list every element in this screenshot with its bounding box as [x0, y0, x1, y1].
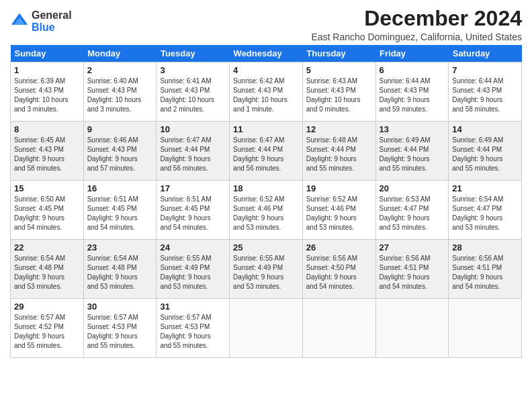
day-info: Sunrise: 6:57 AMSunset: 4:53 PMDaylight:…	[160, 314, 211, 349]
day-number: 14	[452, 124, 518, 134]
header-friday: Friday	[375, 45, 449, 62]
calendar-week-row: 22 Sunrise: 6:54 AMSunset: 4:48 PMDaylig…	[11, 240, 522, 299]
calendar-cell: 29 Sunrise: 6:57 AMSunset: 4:52 PMDaylig…	[11, 299, 84, 358]
day-info: Sunrise: 6:39 AMSunset: 4:43 PMDaylight:…	[14, 77, 69, 113]
day-number: 21	[452, 183, 518, 193]
calendar-cell: 31 Sunrise: 6:57 AMSunset: 4:53 PMDaylig…	[157, 299, 230, 358]
day-number: 30	[87, 302, 153, 312]
calendar-cell: 22 Sunrise: 6:54 AMSunset: 4:48 PMDaylig…	[11, 240, 84, 299]
day-info: Sunrise: 6:54 AMSunset: 4:48 PMDaylight:…	[87, 255, 138, 290]
calendar-cell: 18 Sunrise: 6:52 AMSunset: 4:46 PMDaylig…	[230, 181, 303, 240]
calendar-cell	[302, 299, 375, 358]
calendar-cell: 28 Sunrise: 6:56 AMSunset: 4:51 PMDaylig…	[449, 240, 522, 299]
calendar-cell: 27 Sunrise: 6:56 AMSunset: 4:51 PMDaylig…	[375, 240, 449, 299]
day-info: Sunrise: 6:51 AMSunset: 4:45 PMDaylight:…	[160, 195, 211, 231]
day-number: 4	[233, 65, 299, 75]
day-number: 19	[306, 183, 372, 193]
day-number: 17	[160, 183, 226, 193]
day-info: Sunrise: 6:55 AMSunset: 4:49 PMDaylight:…	[233, 255, 284, 290]
logo-blue-text: Blue	[32, 21, 72, 34]
calendar-cell: 25 Sunrise: 6:55 AMSunset: 4:49 PMDaylig…	[230, 240, 303, 299]
day-info: Sunrise: 6:57 AMSunset: 4:52 PMDaylight:…	[14, 314, 65, 349]
day-number: 1	[14, 65, 80, 75]
day-info: Sunrise: 6:48 AMSunset: 4:44 PMDaylight:…	[306, 136, 357, 172]
day-info: Sunrise: 6:52 AMSunset: 4:46 PMDaylight:…	[306, 195, 357, 231]
day-info: Sunrise: 6:54 AMSunset: 4:48 PMDaylight:…	[14, 255, 65, 290]
day-info: Sunrise: 6:49 AMSunset: 4:44 PMDaylight:…	[380, 136, 431, 172]
day-number: 6	[380, 65, 445, 75]
calendar-cell: 2 Sunrise: 6:40 AMSunset: 4:43 PMDayligh…	[83, 62, 157, 122]
calendar-cell: 17 Sunrise: 6:51 AMSunset: 4:45 PMDaylig…	[157, 181, 230, 240]
calendar-cell: 16 Sunrise: 6:51 AMSunset: 4:45 PMDaylig…	[83, 181, 157, 240]
calendar-week-row: 15 Sunrise: 6:50 AMSunset: 4:45 PMDaylig…	[11, 181, 522, 240]
day-number: 16	[87, 183, 153, 193]
day-number: 2	[87, 65, 153, 75]
day-number: 3	[160, 65, 226, 75]
header-area: General Blue December 2024 East Rancho D…	[10, 7, 522, 42]
calendar-cell: 15 Sunrise: 6:50 AMSunset: 4:45 PMDaylig…	[11, 181, 84, 240]
day-info: Sunrise: 6:51 AMSunset: 4:45 PMDaylight:…	[87, 195, 138, 231]
day-number: 24	[160, 242, 226, 253]
calendar-week-row: 8 Sunrise: 6:45 AMSunset: 4:43 PMDayligh…	[11, 122, 522, 181]
calendar-cell: 10 Sunrise: 6:47 AMSunset: 4:44 PMDaylig…	[157, 122, 230, 181]
day-info: Sunrise: 6:54 AMSunset: 4:47 PMDaylight:…	[452, 195, 503, 231]
day-info: Sunrise: 6:56 AMSunset: 4:51 PMDaylight:…	[380, 255, 431, 290]
calendar-cell: 19 Sunrise: 6:52 AMSunset: 4:46 PMDaylig…	[302, 181, 375, 240]
page-container: General Blue December 2024 East Rancho D…	[0, 0, 532, 365]
day-number: 20	[380, 183, 445, 193]
day-info: Sunrise: 6:52 AMSunset: 4:46 PMDaylight:…	[233, 195, 284, 231]
day-number: 23	[87, 242, 153, 253]
day-number: 12	[306, 124, 372, 134]
day-number: 10	[160, 124, 226, 134]
header-wednesday: Wednesday	[230, 45, 303, 62]
calendar-cell: 23 Sunrise: 6:54 AMSunset: 4:48 PMDaylig…	[83, 240, 157, 299]
day-info: Sunrise: 6:56 AMSunset: 4:50 PMDaylight:…	[306, 255, 357, 290]
header-row: Sunday Monday Tuesday Wednesday Thursday…	[11, 45, 522, 62]
day-info: Sunrise: 6:56 AMSunset: 4:51 PMDaylight:…	[452, 255, 503, 290]
calendar-cell: 24 Sunrise: 6:55 AMSunset: 4:49 PMDaylig…	[157, 240, 230, 299]
header-sunday: Sunday	[11, 45, 84, 62]
calendar-cell: 9 Sunrise: 6:46 AMSunset: 4:43 PMDayligh…	[83, 122, 157, 181]
day-number: 8	[14, 124, 80, 134]
day-info: Sunrise: 6:46 AMSunset: 4:43 PMDaylight:…	[87, 136, 138, 172]
logo: General Blue	[10, 9, 72, 33]
day-number: 13	[380, 124, 445, 134]
calendar-cell: 11 Sunrise: 6:47 AMSunset: 4:44 PMDaylig…	[230, 122, 303, 181]
day-number: 7	[452, 65, 518, 75]
calendar-cell: 6 Sunrise: 6:44 AMSunset: 4:43 PMDayligh…	[375, 62, 449, 122]
day-number: 18	[233, 183, 299, 193]
day-info: Sunrise: 6:41 AMSunset: 4:43 PMDaylight:…	[160, 77, 214, 113]
calendar-cell: 21 Sunrise: 6:54 AMSunset: 4:47 PMDaylig…	[449, 181, 522, 240]
day-info: Sunrise: 6:47 AMSunset: 4:44 PMDaylight:…	[160, 136, 211, 172]
day-info: Sunrise: 6:43 AMSunset: 4:43 PMDaylight:…	[306, 77, 361, 113]
day-info: Sunrise: 6:42 AMSunset: 4:43 PMDaylight:…	[233, 77, 287, 113]
day-number: 29	[14, 302, 80, 312]
day-number: 25	[233, 242, 299, 253]
logo-icon	[10, 12, 29, 31]
calendar-cell: 26 Sunrise: 6:56 AMSunset: 4:50 PMDaylig…	[302, 240, 375, 299]
day-number: 27	[380, 242, 445, 253]
header-monday: Monday	[83, 45, 157, 62]
calendar-cell: 12 Sunrise: 6:48 AMSunset: 4:44 PMDaylig…	[302, 122, 375, 181]
day-info: Sunrise: 6:57 AMSunset: 4:53 PMDaylight:…	[87, 314, 138, 349]
calendar-cell: 14 Sunrise: 6:49 AMSunset: 4:44 PMDaylig…	[449, 122, 522, 181]
title-area: December 2024 East Rancho Dominguez, Cal…	[311, 7, 522, 42]
day-info: Sunrise: 6:45 AMSunset: 4:43 PMDaylight:…	[14, 136, 65, 172]
day-info: Sunrise: 6:49 AMSunset: 4:44 PMDaylight:…	[452, 136, 503, 172]
calendar-cell: 5 Sunrise: 6:43 AMSunset: 4:43 PMDayligh…	[302, 62, 375, 122]
day-info: Sunrise: 6:44 AMSunset: 4:43 PMDaylight:…	[380, 77, 431, 113]
calendar-cell: 13 Sunrise: 6:49 AMSunset: 4:44 PMDaylig…	[375, 122, 449, 181]
day-number: 9	[87, 124, 153, 134]
day-info: Sunrise: 6:44 AMSunset: 4:43 PMDaylight:…	[452, 77, 503, 113]
calendar-cell: 3 Sunrise: 6:41 AMSunset: 4:43 PMDayligh…	[157, 62, 230, 122]
calendar-cell	[375, 299, 449, 358]
month-title: December 2024	[311, 7, 522, 30]
calendar-cell: 30 Sunrise: 6:57 AMSunset: 4:53 PMDaylig…	[83, 299, 157, 358]
calendar-cell: 4 Sunrise: 6:42 AMSunset: 4:43 PMDayligh…	[230, 62, 303, 122]
day-info: Sunrise: 6:50 AMSunset: 4:45 PMDaylight:…	[14, 195, 65, 231]
day-number: 22	[14, 242, 80, 253]
day-number: 26	[306, 242, 372, 253]
day-info: Sunrise: 6:53 AMSunset: 4:47 PMDaylight:…	[380, 195, 431, 231]
calendar-cell: 20 Sunrise: 6:53 AMSunset: 4:47 PMDaylig…	[375, 181, 449, 240]
day-info: Sunrise: 6:47 AMSunset: 4:44 PMDaylight:…	[233, 136, 284, 172]
